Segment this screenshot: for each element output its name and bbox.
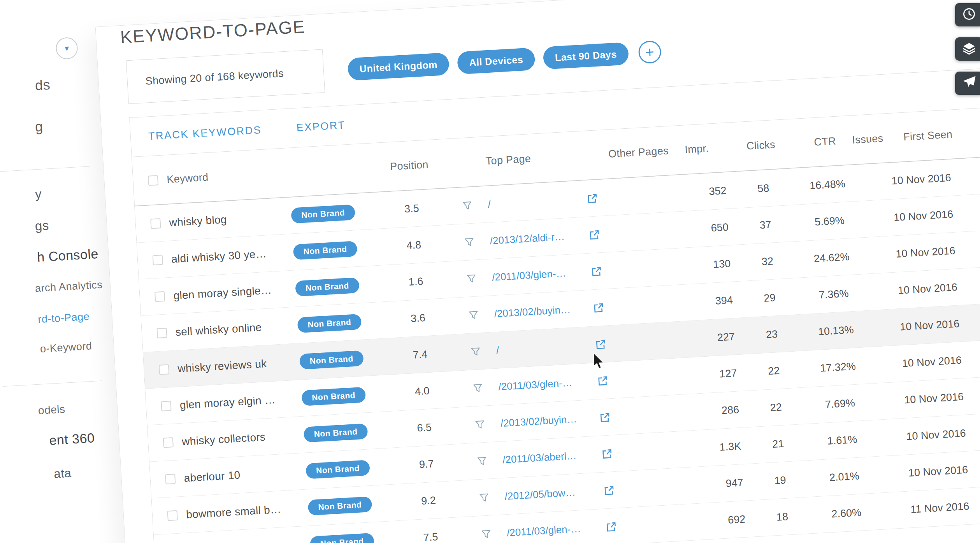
sidebar-item[interactable]: o-Keyword <box>40 340 92 355</box>
header-impressions[interactable]: Impr. <box>669 141 724 156</box>
position-cell: 1.6 <box>388 274 444 289</box>
filter-funnel-icon[interactable] <box>466 273 477 284</box>
sidebar-item[interactable]: ata <box>53 466 72 481</box>
row-checkbox[interactable] <box>156 328 167 338</box>
ctr-cell: 17.32% <box>806 359 869 375</box>
brand-badge-label: Non Brand <box>295 277 360 296</box>
position-cell: 3.5 <box>384 201 439 216</box>
filter-funnel-icon[interactable] <box>468 310 479 320</box>
overlay-toolbar <box>955 3 980 95</box>
ctr-cell: 7.36% <box>802 286 865 302</box>
external-link-icon[interactable] <box>595 338 607 350</box>
header-clicks[interactable]: Clicks <box>735 138 787 152</box>
filter-funnel-icon[interactable] <box>470 346 481 357</box>
position-cell: 7.5 <box>403 529 458 543</box>
brand-badge: Non Brand <box>301 387 366 406</box>
send-button[interactable] <box>955 72 980 95</box>
impressions-cell: 1.3K <box>687 440 742 455</box>
top-page-link[interactable]: / <box>488 198 491 210</box>
filter-funnel-icon[interactable] <box>472 383 483 393</box>
sidebar-item[interactable]: gs <box>35 218 49 234</box>
row-checkbox[interactable] <box>159 364 169 375</box>
filter-pill-country[interactable]: United Kingdom <box>347 53 450 81</box>
keyword-cell: aldi whisky 30 ye… <box>171 247 267 265</box>
sidebar-item[interactable]: odels <box>38 403 65 417</box>
row-checkbox[interactable] <box>161 401 171 411</box>
top-page-link[interactable]: /2013/02/buyin… <box>494 303 571 320</box>
select-all-checkbox[interactable] <box>148 175 158 186</box>
sidebar-item[interactable]: ent 360 <box>49 430 95 448</box>
sidebar-item[interactable]: ds <box>35 77 51 94</box>
brand-badge-label: Non Brand <box>299 350 364 369</box>
sidebar-collapse-button[interactable]: ▾ <box>55 37 78 60</box>
external-link-icon[interactable] <box>605 520 618 533</box>
external-link-icon[interactable] <box>603 484 615 496</box>
row-checkbox[interactable] <box>155 291 165 301</box>
position-cell: 4.0 <box>395 384 450 399</box>
sidebar-item[interactable]: arch Analytics <box>35 279 103 294</box>
header-position[interactable]: Position <box>382 158 437 173</box>
top-page-link[interactable]: /2011/03/glen-… <box>506 522 581 539</box>
keyword-cell: sell whisky online <box>175 321 262 338</box>
row-checkbox[interactable] <box>165 473 176 484</box>
header-first-seen[interactable]: First Seen <box>889 127 967 144</box>
add-filter-button[interactable]: + <box>638 40 662 64</box>
history-button[interactable] <box>955 3 980 26</box>
filter-funnel-icon[interactable] <box>464 236 474 247</box>
brand-badge-label: Non Brand <box>306 460 370 479</box>
first-seen-cell: 10 Nov 2016 <box>902 354 962 370</box>
page-title: KEYWORD-TO-PAGE <box>120 17 306 47</box>
impressions-cell: 650 <box>674 221 729 236</box>
filter-funnel-icon[interactable] <box>477 455 487 466</box>
brand-badge-label: Non Brand <box>297 314 362 333</box>
first-seen-cell: 10 Nov 2016 <box>891 172 952 187</box>
export-button[interactable]: EXPORT <box>296 119 346 134</box>
first-seen-cell: 10 Nov 2016 <box>896 245 956 260</box>
external-link-icon[interactable] <box>588 229 601 241</box>
external-link-icon[interactable] <box>590 265 603 277</box>
top-page-link[interactable]: /2013/02/buyin… <box>500 413 577 429</box>
position-cell: 9.2 <box>401 493 456 508</box>
brand-badge: Non Brand <box>304 423 368 442</box>
row-checkbox[interactable] <box>167 510 177 520</box>
filter-funnel-icon[interactable] <box>474 419 485 429</box>
external-link-icon[interactable] <box>597 375 609 387</box>
filter-funnel-icon[interactable] <box>481 529 491 539</box>
top-page-link[interactable]: /2011/03/glen-… <box>492 267 566 283</box>
clicks-cell: 29 <box>744 291 796 305</box>
keyword-cell: whisky reviews uk <box>177 357 267 375</box>
track-keywords-button[interactable]: TRACK KEYWORDS <box>148 124 262 142</box>
sidebar-item[interactable]: y <box>35 187 42 202</box>
filter-funnel-icon[interactable] <box>479 492 489 503</box>
clicks-cell: 58 <box>738 181 789 196</box>
row-checkbox[interactable] <box>150 218 161 229</box>
top-page-link[interactable]: /2011/03/glen-… <box>498 377 573 393</box>
layers-button[interactable] <box>955 37 980 61</box>
top-page-link[interactable]: /2011/03/aberl… <box>502 450 577 466</box>
sidebar-item[interactable]: g <box>35 118 44 135</box>
external-link-icon[interactable] <box>586 192 599 205</box>
impressions-cell: 286 <box>684 403 739 419</box>
sidebar-item[interactable]: rd-to-Page <box>38 310 90 326</box>
header-top-page[interactable]: Top Page <box>471 152 545 168</box>
header-other-pages[interactable]: Other Pages <box>605 144 672 160</box>
row-checkbox[interactable] <box>163 437 174 448</box>
filter-pill-devices[interactable]: All Devices <box>457 47 536 74</box>
row-checkbox[interactable] <box>153 254 163 265</box>
sidebar-item[interactable]: h Console <box>37 246 99 265</box>
clicks-cell: 23 <box>746 327 797 342</box>
filter-pill-daterange[interactable]: Last 90 Days <box>543 42 629 70</box>
external-link-icon[interactable] <box>601 448 613 460</box>
external-link-icon[interactable] <box>592 301 605 314</box>
brand-badge: Non Brand <box>291 204 355 223</box>
position-cell: 3.6 <box>390 310 446 326</box>
mouse-cursor <box>593 353 607 370</box>
top-page-link[interactable]: /2012/05/bow… <box>504 486 576 502</box>
filter-funnel-icon[interactable] <box>462 200 472 210</box>
header-keyword[interactable]: Keyword <box>167 171 209 186</box>
app-sheet: ▾ dsgygsh Consolearch Analyticsrd-to-Pag… <box>0 0 980 543</box>
top-page-link[interactable]: / <box>496 344 499 356</box>
header-issues[interactable]: Issues <box>840 131 896 147</box>
external-link-icon[interactable] <box>599 411 611 424</box>
top-page-link[interactable]: /2013/12/aldi-r… <box>490 230 565 247</box>
